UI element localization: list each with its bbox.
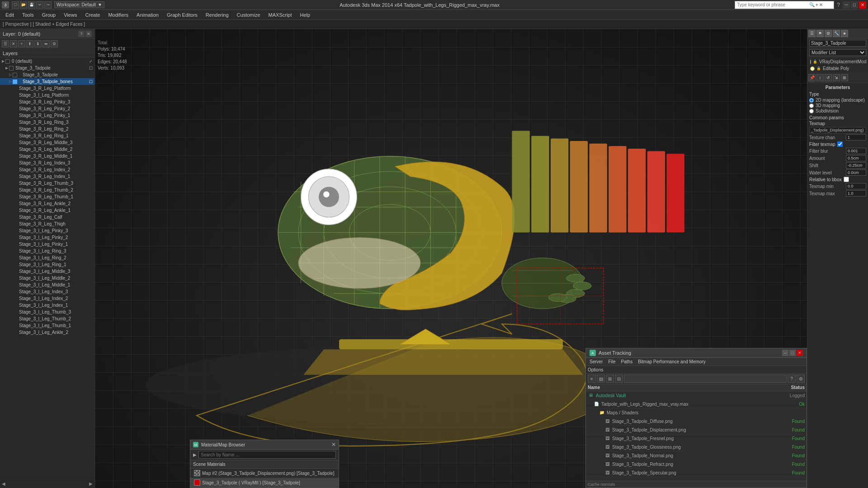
undo-button[interactable]: ↩ [36,1,43,9]
material-item-selected[interactable]: Stage_3_Tadpole ( VRayMtl ) [Stage_3_Tad… [190,478,339,488]
menu-rendering[interactable]: Rendering [202,11,232,19]
minimize-button[interactable]: ─ [843,1,850,9]
layer-visibility[interactable] [13,80,17,84]
at-win-controls[interactable]: ─ □ ✕ [782,350,803,356]
layer-item[interactable]: Stage_3_R_Leg_Index_2 [0,166,94,173]
layer-item[interactable]: Stage_3_l_Leg_Middle_2 [0,275,94,282]
at-menu-paths[interactable]: Paths [619,359,635,365]
at-menu-bitmap[interactable]: Bitmap Performance and Memory [636,359,708,365]
layer-item[interactable]: Stage_3_R_Leg_Thumb_1 [0,193,94,200]
redo-button[interactable]: ↪ [44,1,52,9]
menu-graph-editors[interactable]: Graph Editors [163,11,201,19]
layer-tool-5[interactable]: ⬇ [34,40,42,47]
move-icon[interactable]: ↕ [816,74,824,81]
layer-toolbar[interactable]: ☰ ✕ + ⬆ ⬇ ⬅ ⚙ [0,39,94,49]
maximize-button[interactable]: □ [851,1,858,9]
layer-list[interactable]: ▶ 0 (default) ✓ ▶ Stage_3_Tadpole ☐ ▷ St… [0,58,94,479]
file-toolbar[interactable]: ☐ 📂 💾 ↩ ↪ [12,1,52,9]
new-button[interactable]: ☐ [12,1,19,9]
amount-input[interactable] [846,155,866,161]
menu-animation[interactable]: Animation [133,11,162,19]
layer-item[interactable]: Stage_3_l_Leg_Pinky_2 [0,234,94,241]
browser-search-input[interactable] [198,451,336,459]
texmap-max-input[interactable] [846,190,866,197]
texmap-min-input[interactable] [846,183,866,189]
at-tool-help[interactable]: ? [788,375,796,383]
layer-item[interactable]: Stage_3_l_Leg_Platform [0,92,94,99]
menu-help[interactable]: Help [297,11,314,19]
modifier-item-poly[interactable]: 🔒 Editable Poly [808,65,867,72]
layer-item[interactable]: Stage_3_l_Leg_Index_2 [0,295,94,302]
layer-item[interactable]: Stage_3_l_Leg_Ankle_2 [0,329,94,336]
layer-item[interactable]: Stage_3_l_Leg_Index_3 [0,288,94,295]
menu-tools[interactable]: Tools [19,11,38,19]
menu-modifiers[interactable]: Modifiers [104,11,132,19]
layer-item[interactable]: Stage_3_l_Leg_Middle_3 [0,268,94,275]
layer-item[interactable]: Stage_3_R_Leg_Pinky_1 [0,112,94,119]
right-tool-2[interactable]: ⚑ [816,30,824,37]
filter-icon[interactable]: ⌖ [816,2,818,8]
at-table[interactable]: Name Status 🏛 Autodesk Vault Logged 📄 Ta… [586,384,807,481]
texture-chan-input[interactable] [846,134,866,141]
layer-visibility[interactable] [9,66,14,70]
radio-subdivision[interactable]: Subdivision [809,108,866,113]
open-button[interactable]: 📂 [20,1,27,9]
right-tool-1[interactable]: ☰ [808,30,816,37]
layer-item[interactable]: Stage_3_R_Leg_Middle_2 [0,146,94,153]
layer-tool-1[interactable]: ☰ [2,40,9,47]
radio-2d-input[interactable] [809,98,814,103]
modifier-item-vray[interactable]: 🔒 VRayDisplacementMod [808,58,867,65]
layer-item[interactable]: Stage_3_l_Leg_Thumb_1 [0,322,94,329]
search-bar[interactable]: 🔍 ⌖ ✕ [735,1,834,9]
layer-item[interactable]: Stage_3_R_Leg_Pinky_2 [0,105,94,112]
filter-texmap-checkbox[interactable] [837,141,843,147]
layer-item[interactable]: Stage_3_R_Leg_Thumb_2 [0,187,94,193]
material-item[interactable]: Map #2 (Stage_3_Tadpole_Displacement.png… [190,469,339,478]
rotate-icon[interactable]: ↺ [825,74,832,81]
layer-item[interactable]: Stage_3_R_Leg_Ankle_2 [0,200,94,207]
modifier-list-select[interactable]: Modifier List [809,49,866,56]
layer-item[interactable]: Stage_3_l_Leg_Thumb_2 [0,315,94,322]
at-toolbar[interactable]: ≡ ▤ ⊞ ⊟ ? ⚙ [586,374,807,384]
workspace-dropdown[interactable]: Workspace: Default ▼ [54,1,104,8]
material-browser-close-button[interactable]: ✕ [331,441,336,448]
right-tool-5[interactable]: ★ [841,30,848,37]
layer-item[interactable]: ▶ 0 (default) ✓ [0,58,94,65]
browser-search[interactable]: ▶ [190,450,339,460]
at-tool-3[interactable]: ⊞ [606,375,614,383]
layer-tool-6[interactable]: ⬅ [42,40,50,47]
right-tool-3[interactable]: ⚙ [825,30,832,37]
layer-item[interactable]: Stage_3_R_Leg_Index_1 [0,173,94,180]
at-row[interactable]: 🖼 Stage_3_Tadpole_Refract.png Found [586,460,807,469]
filter-blur-input[interactable] [846,148,866,154]
pin-icon[interactable]: 📌 [808,74,816,81]
save-button[interactable]: 💾 [28,1,35,9]
search-input[interactable] [737,2,809,7]
layer-item[interactable]: Stage_3_R_Leg_Ring_1 [0,132,94,139]
menu-group[interactable]: Group [38,11,60,19]
layer-item[interactable]: Stage_3_R_Leg_Middle_1 [0,153,94,160]
at-row[interactable]: 🖼 Stage_3_Tadpole_Diffuse.png Found [586,417,807,426]
layer-item[interactable]: Stage_3_R_Leg_Ankle_1 [0,207,94,214]
menu-create[interactable]: Create [81,11,104,19]
shift-input[interactable] [846,162,866,169]
layer-item[interactable]: Stage_3_l_Leg_Ring_2 [0,254,94,261]
layer-item[interactable]: Stage_3_l_Leg_Index_1 [0,302,94,309]
layer-tool-2[interactable]: ✕ [10,40,17,47]
close-layers-icon[interactable]: ✕ [85,31,92,37]
layer-item[interactable]: Stage_3_R_Leg_Ring_3 [0,119,94,126]
radio-3d[interactable]: 3D mapping [809,103,866,108]
menu-customize[interactable]: Customize [233,11,264,19]
layer-item[interactable]: ▷ Stage_3_Tadpole [0,71,94,78]
layer-item[interactable]: Stage_3_l_Leg_Ring_1 [0,261,94,268]
at-row[interactable]: 🖼 Stage_3_Tadpole_Glossiness.png Found [586,443,807,451]
help-icon[interactable]: ? [837,2,840,8]
relative-bbox-checkbox[interactable] [844,177,849,182]
radio-3d-input[interactable] [809,103,814,108]
layer-scroll-bottom[interactable]: ◀ ▶ [0,479,94,488]
layer-item[interactable]: Stage_3_l_Leg_Ring_3 [0,248,94,254]
layer-item[interactable]: Stage_3_R_Leg_Index_3 [0,160,94,166]
layer-item[interactable]: Stage_3_l_Leg_Thumb_3 [0,309,94,315]
at-row[interactable]: 🖼 Stage_3_Tadpole_Normal.png Found [586,451,807,460]
at-tool-4[interactable]: ⊟ [615,375,623,383]
